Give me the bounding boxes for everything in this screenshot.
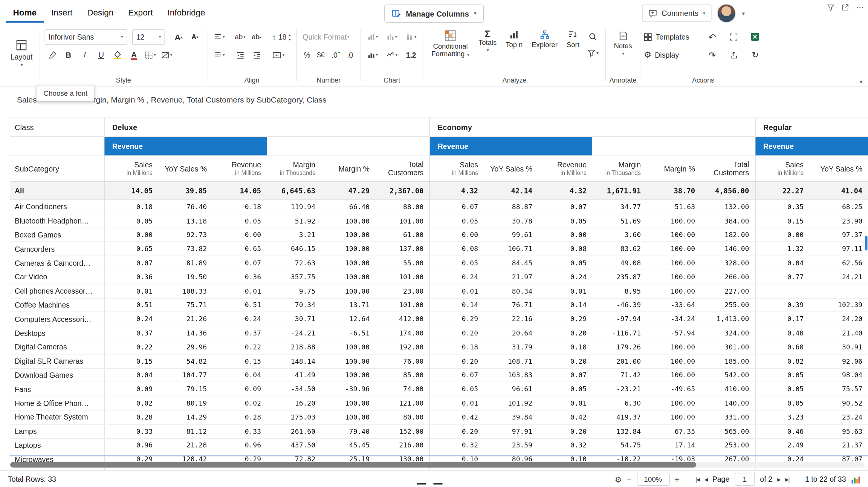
bold-button[interactable]: B (61, 48, 76, 62)
value-cell[interactable]: 357.75 (267, 270, 321, 284)
wrap-text-button[interactable]: ab▾ (233, 30, 248, 44)
zoom-out-button[interactable]: − (627, 475, 631, 484)
outdent-button[interactable] (233, 48, 248, 62)
value-cell[interactable]: 0.01 (429, 284, 484, 298)
value-cell[interactable]: 0.05 (429, 256, 484, 270)
value-cell[interactable]: -49.65 (646, 382, 701, 396)
value-cell[interactable]: 22.16 (484, 312, 538, 326)
value-cell[interactable]: 0.28 (104, 410, 158, 424)
value-cell[interactable]: 0.20 (429, 354, 484, 368)
value-cell[interactable]: 0.07 (104, 256, 158, 270)
value-cell[interactable]: 331.00 (701, 410, 755, 424)
search-icon[interactable] (588, 32, 598, 41)
value-cell[interactable]: 81.89 (158, 256, 212, 270)
value-cell[interactable]: 41.04 (809, 182, 868, 200)
value-cell[interactable]: 66.40 (321, 200, 375, 214)
value-cell[interactable]: 275.03 (267, 410, 321, 424)
value-cell[interactable]: 38.70 (646, 182, 701, 200)
number-display-button[interactable]: 1.2 (404, 48, 419, 62)
value-cell[interactable]: 76.00 (375, 354, 429, 368)
value-cell[interactable]: 0.24 (538, 270, 592, 284)
value-cell[interactable]: 45.45 (321, 438, 375, 452)
filter-icon[interactable] (827, 3, 835, 11)
value-cell[interactable]: 0.04 (755, 256, 809, 270)
value-cell[interactable]: 23.90 (809, 214, 868, 228)
value-cell[interactable] (809, 284, 868, 298)
value-cell[interactable]: 0.17 (755, 312, 809, 326)
value-cell[interactable]: 68.25 (809, 200, 868, 214)
value-cell[interactable]: 0.82 (755, 354, 809, 368)
format-painter-button[interactable] (45, 48, 60, 62)
value-cell[interactable]: 51.69 (592, 214, 646, 228)
value-cell[interactable]: 8.95 (592, 284, 646, 298)
value-cell[interactable]: 100.00 (646, 410, 701, 424)
value-cell[interactable]: 0.32 (429, 438, 484, 452)
table-row[interactable]: Bluetooth Headphon…0.0513.180.0551.92100… (10, 214, 868, 228)
currency-format-button[interactable]: $€ (317, 51, 325, 59)
font-color-button[interactable]: A (127, 48, 141, 62)
totals-button[interactable]: Σ Totals ▾ (475, 28, 500, 77)
value-cell[interactable]: 4.32 (538, 182, 592, 200)
value-cell[interactable]: 0.65 (212, 242, 267, 256)
font-family-select[interactable]: Inforiver Sans ▾ (45, 29, 127, 44)
value-cell[interactable]: 84.45 (484, 256, 538, 270)
column-header[interactable]: Margin % (646, 155, 701, 182)
table-row[interactable]: All14.0539.8514.056,645.6347.292,367.004… (10, 182, 868, 200)
value-cell[interactable]: -24.21 (267, 326, 321, 340)
value-cell[interactable]: 24.21 (809, 270, 868, 284)
value-cell[interactable]: 23.00 (375, 284, 429, 298)
value-cell[interactable]: 83.62 (592, 242, 646, 256)
group-header-deluxe[interactable]: Deluxe (104, 118, 429, 137)
value-cell[interactable]: 261.60 (267, 424, 321, 438)
value-cell[interactable]: 0.01 (429, 396, 484, 410)
value-cell[interactable]: 0.51 (104, 298, 158, 312)
subcategory-cell[interactable]: All (10, 182, 104, 200)
value-cell[interactable]: 23.24 (809, 410, 868, 424)
value-cell[interactable]: 0.20 (538, 326, 592, 340)
percent-format-button[interactable]: % (304, 51, 310, 59)
value-cell[interactable]: 2,367.00 (375, 182, 429, 200)
value-cell[interactable]: 103.83 (484, 368, 538, 382)
value-cell[interactable]: 0.42 (538, 410, 592, 424)
value-cell[interactable]: 0.15 (212, 354, 267, 368)
value-cell[interactable]: 100.00 (321, 410, 375, 424)
value-cell[interactable]: 108.33 (158, 284, 212, 298)
value-cell[interactable]: 76.40 (158, 200, 212, 214)
value-cell[interactable]: 0.09 (212, 382, 267, 396)
explorer-button[interactable]: Explorer (528, 28, 561, 77)
value-cell[interactable]: 0.29 (538, 312, 592, 326)
value-cell[interactable]: 0.22 (104, 340, 158, 354)
value-cell[interactable]: 4,856.00 (701, 182, 755, 200)
value-cell[interactable]: 0.07 (429, 368, 484, 382)
zoom-in-button[interactable]: + (674, 475, 679, 484)
value-cell[interactable]: 0.18 (212, 200, 267, 214)
table-row[interactable]: Car Video0.3619.500.36357.75100.00101.00… (10, 270, 868, 284)
value-cell[interactable]: 185.00 (701, 354, 755, 368)
account-chevron-icon[interactable]: ▾ (742, 11, 745, 15)
value-cell[interactable]: 22.27 (755, 182, 809, 200)
value-cell[interactable]: 384.00 (701, 214, 755, 228)
value-cell[interactable]: -34.50 (267, 382, 321, 396)
value-cell[interactable]: 70.34 (267, 298, 321, 312)
value-cell[interactable]: 81.12 (158, 424, 212, 438)
value-cell[interactable]: 100.00 (321, 396, 375, 410)
value-cell[interactable]: 0.05 (104, 214, 158, 228)
subcategory-cell[interactable]: Fans (10, 382, 104, 396)
value-cell[interactable]: 0.05 (755, 382, 809, 396)
value-cell[interactable]: 29.96 (158, 340, 212, 354)
value-cell[interactable]: 0.20 (538, 354, 592, 368)
value-cell[interactable]: 74.00 (375, 382, 429, 396)
horizontal-align-button[interactable]: ▾ (212, 30, 227, 44)
value-cell[interactable]: 0.05 (538, 256, 592, 270)
value-cell[interactable]: 0.68 (755, 340, 809, 354)
subcategory-cell[interactable]: Home Theater System (10, 410, 104, 424)
value-cell[interactable]: -57.94 (646, 326, 701, 340)
value-cell[interactable]: 0.33 (212, 424, 267, 438)
value-cell[interactable]: 121.00 (375, 396, 429, 410)
value-cell[interactable]: 0.20 (538, 424, 592, 438)
tab-export[interactable]: Export (121, 0, 160, 23)
value-cell[interactable]: 412.00 (375, 312, 429, 326)
fill-color-button[interactable] (110, 48, 125, 62)
table-row[interactable]: Cell phones Accessor…0.01108.330.019.751… (10, 284, 868, 298)
table-row[interactable]: Air Conditioners0.1876.400.18119.9466.40… (10, 200, 868, 214)
